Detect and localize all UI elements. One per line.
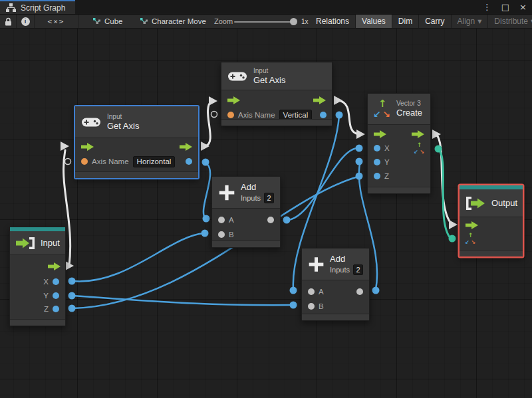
param-label: Axis Name: [238, 111, 275, 119]
node-header[interactable]: ↑ ↙ ↘ Vector 3 Create: [368, 94, 430, 125]
vector3-output-port-icon[interactable]: ↑ ↙ ↘: [414, 144, 424, 153]
port-dot-string[interactable]: [81, 158, 88, 165]
inputs-count-field[interactable]: 2: [264, 193, 274, 203]
port-dot-result[interactable]: [186, 158, 192, 165]
flow-arrow-icon[interactable]: [374, 130, 386, 138]
port-row-z: Z: [368, 169, 430, 183]
node-output[interactable]: Output ↑ ↙ ↘: [459, 185, 523, 257]
port-dot-sum[interactable]: [267, 217, 274, 223]
port-dot[interactable]: [53, 278, 59, 285]
port-row-x: X ↑ ↙ ↘: [368, 142, 430, 155]
flow-arrow-icon[interactable]: [466, 221, 478, 229]
graph-output-icon: [465, 196, 486, 211]
flow-arrow-icon[interactable]: [48, 262, 61, 270]
script-graph-icon: [6, 3, 16, 12]
port-dot[interactable]: [218, 231, 225, 238]
breadcrumb-character-move[interactable]: Character Move: [140, 15, 206, 28]
port-dot-result[interactable]: [320, 112, 327, 118]
info-icon: i: [21, 17, 30, 26]
breadcrumb-cube[interactable]: Cube: [93, 15, 123, 28]
port-label: A: [229, 216, 234, 224]
port-dot[interactable]: [53, 306, 59, 312]
node-footer: [460, 250, 523, 256]
code-icon: <×>: [48, 17, 65, 26]
graph-input-icon: [15, 237, 36, 250]
node-category: Vector 3: [396, 100, 422, 108]
toolbar-left-group: i <×>: [0, 15, 78, 28]
port-dot-string[interactable]: [227, 112, 234, 118]
node-header[interactable]: Input Get Axis: [221, 62, 332, 90]
node-footer: [10, 319, 65, 326]
node-add-2[interactable]: Add Inputs 2 A B: [301, 248, 370, 321]
dim-button[interactable]: Dim: [392, 15, 419, 28]
node-header[interactable]: Input Get Axis: [75, 106, 198, 138]
node-get-axis-horizontal[interactable]: Input Get Axis Axis Name Horizontal: [74, 106, 199, 179]
values-button[interactable]: Values: [356, 15, 392, 28]
flow-arrow-icon[interactable]: [313, 96, 326, 104]
flow-row: [221, 94, 332, 107]
node-header[interactable]: Add Inputs 2: [302, 249, 369, 280]
node-header[interactable]: Output: [460, 189, 523, 217]
carry-button[interactable]: Carry: [419, 15, 451, 28]
tab-script-graph[interactable]: Script Graph: [0, 1, 75, 14]
port-dot[interactable]: [53, 292, 59, 299]
port-dot[interactable]: [374, 145, 380, 151]
node-header[interactable]: Input: [10, 231, 65, 255]
unity-script-graph-window: Script Graph ⋮ □ × i <×>: [0, 0, 532, 398]
vector3-input-port-icon[interactable]: ↑ ↙ ↘: [466, 234, 475, 244]
node-category: Input: [107, 113, 139, 121]
inputs-label: Inputs: [330, 266, 350, 274]
lock-button[interactable]: [0, 15, 17, 28]
node-add-1[interactable]: Add Inputs 2 A B: [211, 176, 281, 248]
node-title: Input: [41, 238, 60, 249]
node-vector3-create[interactable]: ↑ ↙ ↘ Vector 3 Create X ↑ ↙ ↘: [367, 93, 431, 194]
distribute-dropdown[interactable]: Distribute▼: [488, 15, 532, 28]
maximize-icon[interactable]: □: [501, 3, 509, 11]
node-get-axis-vertical[interactable]: Input Get Axis Axis Name Vertical: [221, 62, 332, 126]
port-dot[interactable]: [374, 159, 380, 165]
port-dot-sum[interactable]: [356, 288, 363, 295]
relations-button[interactable]: Relations: [310, 15, 356, 28]
value-in-row: ↑ ↙ ↘: [460, 232, 523, 245]
port-label: A: [319, 288, 324, 296]
port-label: B: [229, 231, 234, 239]
node-footer: [368, 187, 430, 193]
port-row-b: B: [212, 228, 280, 241]
port-row-b: B: [302, 300, 369, 313]
graph-asset-icon: [93, 18, 100, 25]
port-row-a: A: [212, 213, 280, 227]
flow-out-row: [10, 260, 65, 273]
port-row-z: Z: [10, 302, 65, 316]
inputs-count-field[interactable]: 2: [353, 264, 363, 275]
tab-bar: Script Graph ⋮ □ ×: [0, 0, 532, 14]
flow-arrow-icon[interactable]: [180, 143, 192, 151]
plus-icon: [308, 254, 325, 274]
toolbar-right-group: Relations Values Dim Carry Align▼ Distri…: [310, 15, 532, 28]
flow-arrow-icon[interactable]: [227, 96, 240, 104]
zoom-slider-track[interactable]: [234, 21, 291, 23]
port-label: X: [384, 144, 390, 152]
port-label: Y: [384, 158, 390, 166]
port-dot[interactable]: [218, 217, 225, 223]
node-header[interactable]: Add Inputs 2: [212, 177, 280, 209]
lock-icon: [5, 17, 12, 26]
code-view-button[interactable]: <×>: [35, 15, 78, 28]
flow-arrow-icon[interactable]: [412, 130, 424, 138]
close-icon[interactable]: ×: [519, 3, 527, 11]
zoom-slider-thumb[interactable]: [290, 18, 297, 25]
port-dot[interactable]: [374, 173, 380, 179]
flow-arrow-icon[interactable]: [81, 143, 94, 151]
breadcrumb-label: Cube: [104, 17, 123, 25]
node-title: Get Axis: [253, 75, 285, 86]
port-dot[interactable]: [308, 303, 315, 310]
axis-name-field[interactable]: Horizontal: [133, 156, 176, 167]
node-footer: [75, 171, 198, 178]
port-dot[interactable]: [308, 288, 315, 295]
node-title: Output: [491, 198, 517, 209]
node-footer: [302, 314, 369, 320]
node-input[interactable]: Input X Y Z: [9, 227, 66, 326]
menu-icon[interactable]: ⋮: [483, 3, 491, 11]
align-dropdown[interactable]: Align▼: [452, 15, 489, 28]
info-button[interactable]: i: [17, 15, 35, 28]
node-title: Add: [330, 254, 363, 264]
